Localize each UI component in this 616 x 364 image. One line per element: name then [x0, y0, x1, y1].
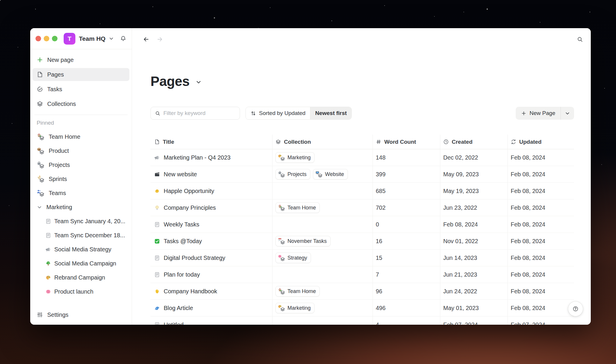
table-row[interactable]: Happle Opportunity685May 19, 2023Feb 08,…: [150, 183, 574, 199]
cell-word-count-value: 702: [376, 204, 385, 211]
sorted-by-button[interactable]: Sorted by Updated: [246, 107, 310, 119]
stars-decoration: [0, 0, 1, 1]
palette-collection-icon: [278, 154, 285, 161]
layers-icon: [37, 101, 43, 107]
collection-chip-website[interactable]: Website: [313, 169, 348, 180]
collection-chip-team-home[interactable]: Team Home: [275, 202, 320, 213]
table-row[interactable]: Company PrinciplesTeam Home702Jun 23, 20…: [150, 199, 574, 216]
back-arrow-icon[interactable]: [143, 36, 149, 43]
filter-input[interactable]: [163, 110, 236, 116]
cell-collection: November Tasks: [272, 233, 373, 249]
help-button[interactable]: [568, 302, 583, 316]
workspace-logo[interactable]: T: [64, 33, 75, 45]
sort-arrows-icon: [251, 111, 256, 116]
cell-created: Jun 14, 2023: [440, 250, 507, 266]
table-row[interactable]: New websiteProjectsWebsite399May 09, 202…: [150, 166, 574, 183]
cell-updated: Feb 08, 2024: [507, 149, 574, 166]
cell-updated-value: Feb 08, 2024: [511, 305, 545, 311]
collection-chip-november-tasks[interactable]: November Tasks: [275, 236, 331, 246]
collection-chip-marketing[interactable]: Marketing: [275, 303, 314, 313]
sidebar-item-settings[interactable]: Settings: [33, 308, 129, 321]
table-row[interactable]: Blog ArticleMarketing496May 01, 2023Feb …: [150, 300, 574, 316]
cell-updated: Feb 08, 2024: [507, 199, 574, 216]
sort-order-button[interactable]: Newest first: [310, 107, 351, 119]
column-header-collection[interactable]: Collection: [272, 135, 373, 149]
forward-arrow-icon[interactable]: [157, 36, 163, 43]
cell-created: May 19, 2023: [440, 183, 507, 199]
collection-chip-label: November Tasks: [287, 238, 327, 244]
table-row[interactable]: Plan for today7Jun 21, 2023Feb 08, 2024: [150, 266, 574, 283]
cell-word-count: 4: [373, 316, 440, 325]
sort-order-label: Newest first: [315, 110, 347, 116]
cell-created-value: Nov 01, 2022: [443, 238, 478, 245]
column-header-word-count[interactable]: Word Count: [373, 135, 440, 149]
sidebar-item-label: Marketing: [46, 204, 72, 211]
notifications-bell-icon[interactable]: [120, 35, 126, 42]
cell-updated: Feb 08, 2024: [507, 266, 574, 283]
bulb-icon: [154, 205, 160, 211]
collection-chip-marketing[interactable]: Marketing: [275, 152, 314, 163]
sidebar-item-sprints[interactable]: Sprints: [33, 172, 129, 185]
table-row[interactable]: Tasks @TodayNovember Tasks16Nov 01, 2022…: [150, 233, 574, 250]
column-header-title[interactable]: Title: [150, 135, 272, 149]
cell-created-value: May 19, 2023: [443, 188, 479, 194]
workspace-chevron-down-icon[interactable]: [109, 36, 114, 41]
sidebar-item-team-sync-january-4-20[interactable]: Team Sync January 4, 20...: [33, 215, 129, 228]
sidebar-item-product[interactable]: Product: [33, 144, 129, 157]
collection-chip-projects[interactable]: Projects: [275, 169, 310, 180]
wave-icon: [154, 305, 160, 311]
close-window-button[interactable]: [35, 36, 41, 41]
cell-word-count-value: 496: [376, 305, 385, 311]
table-header: TitleCollectionWord CountCreatedUpdated: [150, 135, 574, 149]
page-title-chevron-down-icon: [195, 79, 202, 85]
page-title-dropdown[interactable]: Pages: [150, 73, 574, 89]
sidebar-item-social-media-campaign[interactable]: Social Media Campaign: [33, 257, 129, 270]
collection-chip-team-home[interactable]: Team Home: [275, 286, 320, 297]
settings-sliders-icon: [37, 311, 43, 318]
sidebar-item-social-media-strategy[interactable]: Social Media Strategy: [33, 243, 129, 256]
table-row[interactable]: Untitled4Feb 07, 2024Feb 07, 2024: [150, 316, 574, 325]
column-header-updated[interactable]: Updated: [507, 135, 574, 149]
column-header-label: Created: [452, 139, 473, 145]
cell-word-count-value: 685: [376, 188, 385, 194]
sidebar-item-team-sync-december-18[interactable]: Team Sync December 18...: [33, 229, 129, 242]
cell-word-count-value: 399: [376, 171, 385, 178]
cell-collection: Marketing: [272, 300, 373, 316]
cell-collection: [272, 183, 373, 199]
table-row[interactable]: Weekly Tasks0Feb 08, 2024Feb 08, 2024: [150, 216, 574, 233]
cell-created-value: Dec 02, 2022: [443, 154, 478, 161]
zoom-window-button[interactable]: [52, 36, 57, 41]
cell-title: Tasks @Today: [150, 233, 272, 249]
collection-chip-label: Marketing: [287, 305, 311, 311]
table-row[interactable]: Digital Product StrategyStrategy15Jun 14…: [150, 250, 574, 266]
palette-icon: [45, 275, 51, 280]
cell-title: Company Principles: [150, 199, 272, 216]
bag-collection-icon: [278, 171, 285, 178]
sidebar-item-collections[interactable]: Collections: [33, 97, 129, 110]
clapperboard-icon: [154, 172, 160, 177]
sidebar-item-product-launch[interactable]: Product launch: [33, 285, 129, 298]
table-row[interactable]: Company HandbookTeam Home96Jun 24, 2022F…: [150, 283, 574, 300]
sidebar-item-label: Product launch: [54, 288, 93, 295]
sidebar-item-rebrand-campaign[interactable]: Rebrand Campaign: [33, 271, 129, 284]
minimize-window-button[interactable]: [44, 36, 49, 41]
sidebar-item-projects[interactable]: Projects: [33, 158, 129, 171]
doc-icon: [154, 272, 160, 277]
workspace-name[interactable]: Team HQ: [79, 35, 106, 42]
cell-updated-value: Feb 08, 2024: [511, 221, 545, 228]
search-icon[interactable]: [577, 36, 583, 43]
sidebar-item-tasks[interactable]: Tasks: [33, 83, 129, 96]
collection-chip-strategy[interactable]: Strategy: [275, 253, 311, 263]
sidebar-item-teams[interactable]: Teams: [33, 187, 129, 199]
column-header-created[interactable]: Created: [440, 135, 507, 149]
sidebar-item-team-home[interactable]: Team Home: [33, 130, 129, 143]
sidebar-item-marketing[interactable]: Marketing: [33, 201, 129, 214]
new-page-button[interactable]: New Page: [516, 107, 561, 120]
chevron-down-icon: [37, 204, 42, 210]
bag-collection-icon: [37, 161, 45, 169]
new-page-dropdown-button[interactable]: [561, 107, 574, 120]
table-row[interactable]: Marketing Plan - Q4 2023Marketing148Dec …: [150, 149, 574, 166]
sidebar-item-new-page[interactable]: New page: [33, 53, 129, 66]
sidebar-item-pages[interactable]: Pages: [33, 68, 129, 81]
layers-icon: [275, 139, 281, 145]
